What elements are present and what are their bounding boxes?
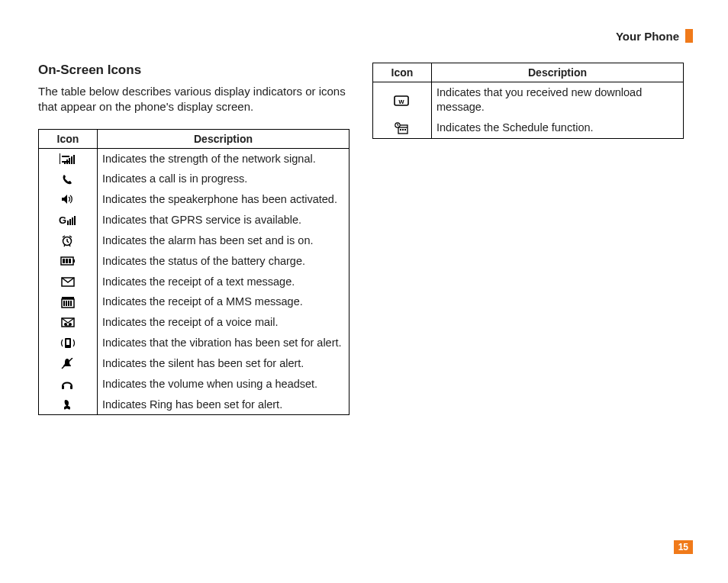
voice-mail-icon — [39, 312, 98, 333]
icon-description: Indicates the receipt of a voice mail. — [98, 312, 350, 333]
icon-description: Indicates Ring has been set for alert. — [98, 395, 350, 415]
icon-description: Indicates a call is in progress. — [98, 169, 350, 189]
table-row: Indicates the volume when using a headse… — [39, 374, 350, 395]
table-row: Indicates that you received new download… — [373, 82, 684, 118]
download-message-icon — [373, 82, 432, 118]
page-header-swatch — [685, 29, 693, 43]
mms-message-icon — [39, 292, 98, 312]
icon-description: Indicates the strength of the network si… — [98, 148, 350, 169]
page-header-title: Your Phone — [616, 30, 679, 43]
table-row: Indicates that GPRS service is available… — [39, 210, 350, 230]
icon-description: Indicates the Schedule function. — [432, 118, 684, 138]
table-row: Indicates the receipt of a MMS message. — [39, 292, 350, 312]
text-message-icon — [39, 272, 98, 292]
table-header-description: Description — [432, 63, 684, 82]
content-columns: On-Screen Icons The table below describe… — [38, 63, 693, 415]
table-row: Indicates the speakerphone has been acti… — [39, 189, 350, 210]
table-header-icon: Icon — [373, 63, 432, 82]
icon-description: Indicates that you received new download… — [432, 82, 684, 118]
gprs-icon — [39, 210, 98, 230]
table-row: Indicates the silent has been set for al… — [39, 353, 350, 374]
table-row: Indicates Ring has been set for alert. — [39, 395, 350, 415]
table-row: Indicates the receipt of a voice mail. — [39, 312, 350, 333]
schedule-icon — [373, 118, 432, 138]
headset-icon — [39, 374, 98, 395]
ring-icon — [39, 395, 98, 415]
silent-icon — [39, 353, 98, 374]
manual-page: Your Phone On-Screen Icons The table bel… — [0, 0, 728, 583]
right-column: Icon Description Indicates that you rece… — [372, 63, 684, 139]
icon-description: Indicates the receipt of a text message. — [98, 272, 350, 292]
page-header: Your Phone — [38, 29, 693, 43]
page-number: 15 — [674, 540, 693, 554]
table-header-description: Description — [98, 129, 350, 148]
table-row: Indicates a call is in progress. — [39, 169, 350, 189]
icons-table-left: Icon Description Indicates the strength … — [38, 129, 350, 416]
table-header-icon: Icon — [39, 129, 98, 148]
battery-icon — [39, 251, 98, 272]
icon-description: Indicates the status of the battery char… — [98, 251, 350, 272]
vibration-icon — [39, 333, 98, 353]
icon-description: Indicates that GPRS service is available… — [98, 210, 350, 230]
alarm-icon — [39, 230, 98, 251]
table-row: Indicates the Schedule function. — [373, 118, 684, 138]
icon-description: Indicates the speakerphone has been acti… — [98, 189, 350, 210]
table-row: Indicates the status of the battery char… — [39, 251, 350, 272]
left-column: On-Screen Icons The table below describe… — [38, 63, 350, 415]
table-row: Indicates that the vibration has been se… — [39, 333, 350, 353]
signal-strength-icon — [39, 148, 98, 169]
section-intro: The table below describes various displa… — [38, 84, 350, 115]
table-row: Indicates the strength of the network si… — [39, 148, 350, 169]
speakerphone-icon — [39, 189, 98, 210]
icon-description: Indicates the alarm has been set and is … — [98, 230, 350, 251]
icon-description: Indicates the silent has been set for al… — [98, 353, 350, 374]
table-row: Indicates the receipt of a text message. — [39, 272, 350, 292]
section-title: On-Screen Icons — [38, 63, 350, 78]
icons-table-right: Icon Description Indicates that you rece… — [372, 63, 684, 139]
icon-description: Indicates that the vibration has been se… — [98, 333, 350, 353]
icon-description: Indicates the volume when using a headse… — [98, 374, 350, 395]
table-row: Indicates the alarm has been set and is … — [39, 230, 350, 251]
icon-description: Indicates the receipt of a MMS message. — [98, 292, 350, 312]
call-icon — [39, 169, 98, 189]
